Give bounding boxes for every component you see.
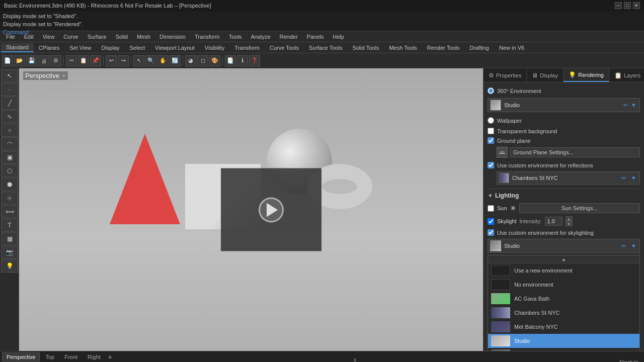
viewport-dropdown-arrow[interactable]: ▼ [61,73,66,78]
tab-transform[interactable]: Transform [229,44,265,52]
new-icon[interactable]: 📄 [2,55,13,66]
intensity-input[interactable] [545,217,562,226]
tab-render-tools[interactable]: Render Tools [422,44,465,52]
dd-item-met-balcony[interactable]: Met Balcony NYC [488,320,639,334]
lighting-collapse-arrow[interactable]: ▼ [488,193,493,199]
vp-tab-front[interactable]: Front [60,352,82,361]
zoom-icon[interactable]: 🔍 [145,55,156,66]
env-dropdown-button[interactable]: ▼ [630,101,637,110]
tab-layers[interactable]: 📋 Layers [609,68,644,82]
lights-tool[interactable]: 💡 [1,259,18,273]
open-icon[interactable]: 📂 [14,55,25,66]
menu-view[interactable]: View [39,33,59,41]
transparent-bg-label[interactable]: Transparent background [497,128,557,134]
ground-plane-checkbox[interactable] [488,137,494,144]
vp-tab-top[interactable]: Top [41,352,59,361]
vp-tab-perspective[interactable]: Perspective [2,352,40,361]
tab-solid-tools[interactable]: Solid Tools [347,44,384,52]
layers-icon[interactable]: 📑 [225,55,236,66]
menu-curve[interactable]: Curve [59,33,82,41]
shade-icon[interactable]: ◕ [185,55,196,66]
cut-icon[interactable]: ✂ [66,55,77,66]
close-button[interactable]: ✕ [633,2,640,9]
dd-item-chambers[interactable]: Chambers St NYC [488,306,639,320]
dim-tool[interactable]: ⟺ [1,205,18,218]
menu-render[interactable]: Render [276,33,302,41]
menu-dimension[interactable]: Dimension [155,33,190,41]
menu-solid[interactable]: Solid [112,33,132,41]
spin-up[interactable]: ▲ [566,216,573,221]
redo-icon[interactable]: ↪ [118,55,129,66]
env-edit-button[interactable]: ✏ [622,101,629,110]
text-tool[interactable]: T [1,219,18,232]
tab-standard[interactable]: Standard [1,43,34,52]
menu-file[interactable]: File [2,33,19,41]
select-icon[interactable]: ↖ [133,55,144,66]
skylight-checkbox[interactable] [488,218,494,225]
play-button[interactable] [259,197,284,222]
menu-surface[interactable]: Surface [84,33,111,41]
tab-new-v6[interactable]: New in V6 [494,44,529,52]
properties-icon[interactable]: ℹ [237,55,248,66]
viewport[interactable]: Perspective ▼ [19,68,483,351]
custom-reflections-label[interactable]: Use custom environment for reflections [497,162,593,168]
dd-item-studiod[interactable]: StudioD [488,348,639,351]
paste-icon[interactable]: 📌 [90,55,101,66]
tab-drafting[interactable]: Drafting [464,44,494,52]
dropdown-scroll-indicator[interactable]: ▲ [488,255,639,263]
print-icon[interactable]: 🖨 [38,55,49,66]
surface-tool[interactable]: ▣ [1,151,18,164]
tab-curve-tools[interactable]: Curve Tools [265,44,304,52]
ground-plane-settings-button[interactable]: Ground Plane Settings... [510,147,640,157]
tab-cplanes[interactable]: CPlanes [34,44,65,52]
viewport-label[interactable]: Perspective ▼ [23,71,68,80]
radio-360[interactable] [488,87,494,94]
dd-item-no-env[interactable]: No environment [488,278,639,292]
tab-mesh-tools[interactable]: Mesh Tools [384,44,422,52]
menu-panels[interactable]: Panels [303,33,328,41]
radio-360-label[interactable]: 360° Environment [497,88,541,94]
dd-item-studio[interactable]: Studio [488,334,639,348]
menu-edit[interactable]: Edit [20,33,38,41]
tab-rendering[interactable]: 💡 Rendering [564,68,609,82]
render-preview-icon[interactable]: 🎨 [209,55,220,66]
sun-label[interactable]: Sun [497,205,507,211]
custom-skylighting-checkbox[interactable] [488,229,494,236]
line-tool[interactable]: ╱ [1,97,18,110]
custom-reflections-checkbox[interactable] [488,162,494,168]
hatch-tool[interactable]: ▦ [1,232,18,245]
undo-icon[interactable]: ↩ [106,55,117,66]
camera-tool[interactable]: 📷 [1,246,18,259]
sun-checkbox[interactable] [488,205,494,212]
maximize-button[interactable]: □ [624,2,631,9]
sun-settings-button[interactable]: Sun Settings... [519,203,640,213]
tab-setview[interactable]: Set View [64,44,96,52]
radio-wallpaper-label[interactable]: Wallpaper [497,118,522,124]
select-tool[interactable]: ↖ [1,69,18,82]
radio-wallpaper[interactable] [488,117,494,124]
tab-visibility[interactable]: Visibility [200,44,230,52]
tab-display[interactable]: Display [96,44,124,52]
transparent-bg-checkbox[interactable] [488,128,494,134]
spin-down[interactable]: ▼ [566,221,573,226]
arc-tool[interactable]: ◠ [1,137,18,150]
menu-transform[interactable]: Transform [191,33,224,41]
studio-env-dropdown[interactable]: ▼ [630,242,637,250]
dd-item-use-new[interactable]: Use a new environment [488,263,639,278]
point-tool[interactable]: · [1,83,18,96]
reflections-env-dropdown[interactable]: ▼ [630,174,637,182]
wire-icon[interactable]: ◻ [197,55,208,66]
custom-skylighting-label[interactable]: Use custom environment for skylighting [497,230,594,236]
copy-icon[interactable]: 📋 [78,55,89,66]
skylight-label[interactable]: Skylight [497,218,517,224]
minimize-button[interactable]: ─ [615,2,622,9]
menu-help[interactable]: Help [329,33,348,41]
vp-tab-right[interactable]: Right [83,352,105,361]
tab-display[interactable]: 🖥 Display [527,68,564,82]
menu-tools[interactable]: Tools [225,33,246,41]
circle-tool[interactable]: ○ [1,124,18,137]
tab-properties[interactable]: ⚙ Properties [484,68,527,82]
pan-icon[interactable]: ✋ [157,55,169,66]
menu-analyze[interactable]: Analyze [247,33,274,41]
mesh-tool[interactable]: ⬢ [1,178,18,191]
